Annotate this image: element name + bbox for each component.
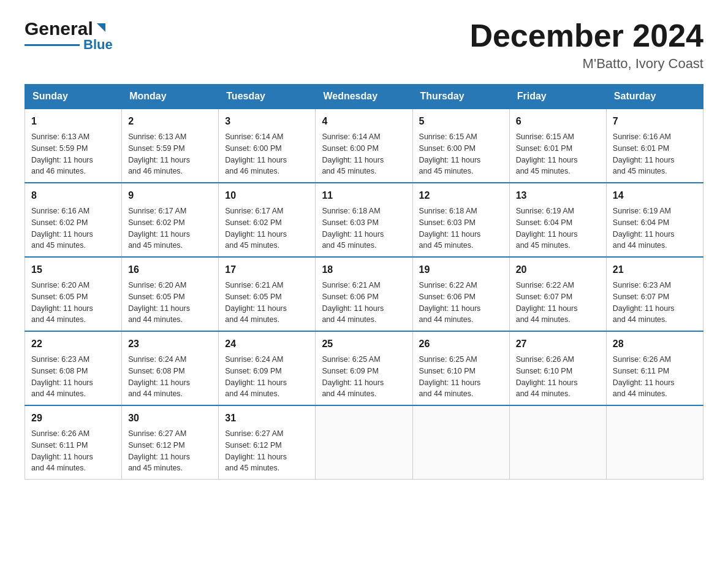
day-info: Sunrise: 6:22 AM Sunset: 6:07 PM Dayligh… xyxy=(516,280,600,326)
day-number: 25 xyxy=(322,337,406,351)
day-info: Sunrise: 6:15 AM Sunset: 6:00 PM Dayligh… xyxy=(419,131,503,177)
logo-blue: Blue xyxy=(83,37,113,53)
day-number: 31 xyxy=(225,411,309,426)
day-number: 19 xyxy=(419,262,503,277)
day-number: 8 xyxy=(31,188,115,203)
calendar-cell: 3Sunrise: 6:14 AM Sunset: 6:00 PM Daylig… xyxy=(219,109,316,183)
day-info: Sunrise: 6:19 AM Sunset: 6:04 PM Dayligh… xyxy=(613,205,697,251)
day-info: Sunrise: 6:23 AM Sunset: 6:07 PM Dayligh… xyxy=(613,280,697,326)
column-header-saturday: Saturday xyxy=(606,85,703,109)
day-info: Sunrise: 6:24 AM Sunset: 6:08 PM Dayligh… xyxy=(128,354,212,400)
calendar-cell: 14Sunrise: 6:19 AM Sunset: 6:04 PM Dayli… xyxy=(606,183,703,257)
calendar-cell xyxy=(316,405,412,480)
calendar-cell: 17Sunrise: 6:21 AM Sunset: 6:05 PM Dayli… xyxy=(219,257,316,331)
calendar-cell: 23Sunrise: 6:24 AM Sunset: 6:08 PM Dayli… xyxy=(122,331,219,405)
calendar-cell: 12Sunrise: 6:18 AM Sunset: 6:03 PM Dayli… xyxy=(412,183,509,257)
day-number: 17 xyxy=(225,262,309,277)
day-info: Sunrise: 6:13 AM Sunset: 5:59 PM Dayligh… xyxy=(128,131,212,177)
week-row-4: 22Sunrise: 6:23 AM Sunset: 6:08 PM Dayli… xyxy=(25,331,703,405)
week-row-3: 15Sunrise: 6:20 AM Sunset: 6:05 PM Dayli… xyxy=(25,257,703,331)
day-info: Sunrise: 6:21 AM Sunset: 6:05 PM Dayligh… xyxy=(225,280,309,326)
day-number: 2 xyxy=(128,114,212,129)
calendar-cell: 29Sunrise: 6:26 AM Sunset: 6:11 PM Dayli… xyxy=(25,405,122,480)
calendar-cell: 4Sunrise: 6:14 AM Sunset: 6:00 PM Daylig… xyxy=(316,109,412,183)
column-header-monday: Monday xyxy=(122,85,219,109)
day-number: 6 xyxy=(516,114,600,129)
calendar-table: SundayMondayTuesdayWednesdayThursdayFrid… xyxy=(25,84,703,480)
calendar-cell xyxy=(606,405,703,480)
svg-marker-0 xyxy=(97,23,105,32)
day-info: Sunrise: 6:18 AM Sunset: 6:03 PM Dayligh… xyxy=(419,205,503,251)
calendar-subtitle: M'Batto, Ivory Coast xyxy=(469,56,703,72)
calendar-cell: 18Sunrise: 6:21 AM Sunset: 6:06 PM Dayli… xyxy=(316,257,412,331)
day-info: Sunrise: 6:27 AM Sunset: 6:12 PM Dayligh… xyxy=(128,428,212,474)
day-info: Sunrise: 6:17 AM Sunset: 6:02 PM Dayligh… xyxy=(128,205,212,251)
logo-general: General xyxy=(25,18,93,39)
calendar-cell: 2Sunrise: 6:13 AM Sunset: 5:59 PM Daylig… xyxy=(122,109,219,183)
column-header-tuesday: Tuesday xyxy=(219,85,316,109)
calendar-cell: 7Sunrise: 6:16 AM Sunset: 6:01 PM Daylig… xyxy=(606,109,703,183)
calendar-cell: 27Sunrise: 6:26 AM Sunset: 6:10 PM Dayli… xyxy=(509,331,606,405)
week-row-5: 29Sunrise: 6:26 AM Sunset: 6:11 PM Dayli… xyxy=(25,405,703,480)
day-info: Sunrise: 6:15 AM Sunset: 6:01 PM Dayligh… xyxy=(516,131,600,177)
day-info: Sunrise: 6:26 AM Sunset: 6:11 PM Dayligh… xyxy=(613,354,697,400)
day-number: 14 xyxy=(613,188,697,203)
day-info: Sunrise: 6:13 AM Sunset: 5:59 PM Dayligh… xyxy=(31,131,115,177)
day-info: Sunrise: 6:25 AM Sunset: 6:09 PM Dayligh… xyxy=(322,354,406,400)
week-row-1: 1Sunrise: 6:13 AM Sunset: 5:59 PM Daylig… xyxy=(25,109,703,183)
calendar-cell: 28Sunrise: 6:26 AM Sunset: 6:11 PM Dayli… xyxy=(606,331,703,405)
calendar-cell: 21Sunrise: 6:23 AM Sunset: 6:07 PM Dayli… xyxy=(606,257,703,331)
day-number: 27 xyxy=(516,337,600,351)
calendar-cell: 19Sunrise: 6:22 AM Sunset: 6:06 PM Dayli… xyxy=(412,257,509,331)
calendar-cell: 26Sunrise: 6:25 AM Sunset: 6:10 PM Dayli… xyxy=(412,331,509,405)
day-info: Sunrise: 6:20 AM Sunset: 6:05 PM Dayligh… xyxy=(128,280,212,326)
calendar-cell: 11Sunrise: 6:18 AM Sunset: 6:03 PM Dayli… xyxy=(316,183,412,257)
calendar-cell: 31Sunrise: 6:27 AM Sunset: 6:12 PM Dayli… xyxy=(219,405,316,480)
calendar-cell: 5Sunrise: 6:15 AM Sunset: 6:00 PM Daylig… xyxy=(412,109,509,183)
logo-triangle-icon xyxy=(94,21,108,34)
day-info: Sunrise: 6:19 AM Sunset: 6:04 PM Dayligh… xyxy=(516,205,600,251)
day-number: 5 xyxy=(419,114,503,129)
logo-underline xyxy=(25,44,80,46)
logo: General Blue xyxy=(25,18,113,53)
calendar-cell: 13Sunrise: 6:19 AM Sunset: 6:04 PM Dayli… xyxy=(509,183,606,257)
calendar-header-row: SundayMondayTuesdayWednesdayThursdayFrid… xyxy=(25,85,703,109)
calendar-title: December 2024 xyxy=(469,18,703,53)
calendar-cell: 24Sunrise: 6:24 AM Sunset: 6:09 PM Dayli… xyxy=(219,331,316,405)
day-number: 10 xyxy=(225,188,309,203)
day-info: Sunrise: 6:18 AM Sunset: 6:03 PM Dayligh… xyxy=(322,205,406,251)
day-info: Sunrise: 6:26 AM Sunset: 6:10 PM Dayligh… xyxy=(516,354,600,400)
calendar-cell: 6Sunrise: 6:15 AM Sunset: 6:01 PM Daylig… xyxy=(509,109,606,183)
calendar-cell: 20Sunrise: 6:22 AM Sunset: 6:07 PM Dayli… xyxy=(509,257,606,331)
week-row-2: 8Sunrise: 6:16 AM Sunset: 6:02 PM Daylig… xyxy=(25,183,703,257)
calendar-cell: 16Sunrise: 6:20 AM Sunset: 6:05 PM Dayli… xyxy=(122,257,219,331)
calendar-cell xyxy=(412,405,509,480)
day-number: 7 xyxy=(613,114,697,129)
day-number: 1 xyxy=(31,114,115,129)
column-header-sunday: Sunday xyxy=(25,85,122,109)
calendar-cell: 30Sunrise: 6:27 AM Sunset: 6:12 PM Dayli… xyxy=(122,405,219,480)
calendar-body: 1Sunrise: 6:13 AM Sunset: 5:59 PM Daylig… xyxy=(25,109,703,480)
calendar-cell xyxy=(509,405,606,480)
day-info: Sunrise: 6:23 AM Sunset: 6:08 PM Dayligh… xyxy=(31,354,115,400)
day-number: 24 xyxy=(225,337,309,351)
calendar-cell: 1Sunrise: 6:13 AM Sunset: 5:59 PM Daylig… xyxy=(25,109,122,183)
day-number: 30 xyxy=(128,411,212,426)
day-info: Sunrise: 6:24 AM Sunset: 6:09 PM Dayligh… xyxy=(225,354,309,400)
calendar-cell: 25Sunrise: 6:25 AM Sunset: 6:09 PM Dayli… xyxy=(316,331,412,405)
day-info: Sunrise: 6:21 AM Sunset: 6:06 PM Dayligh… xyxy=(322,280,406,326)
calendar-cell: 9Sunrise: 6:17 AM Sunset: 6:02 PM Daylig… xyxy=(122,183,219,257)
day-info: Sunrise: 6:22 AM Sunset: 6:06 PM Dayligh… xyxy=(419,280,503,326)
day-info: Sunrise: 6:27 AM Sunset: 6:12 PM Dayligh… xyxy=(225,428,309,474)
day-number: 9 xyxy=(128,188,212,203)
column-header-friday: Friday xyxy=(509,85,606,109)
day-number: 3 xyxy=(225,114,309,129)
calendar-cell: 10Sunrise: 6:17 AM Sunset: 6:02 PM Dayli… xyxy=(219,183,316,257)
title-block: December 2024 M'Batto, Ivory Coast xyxy=(469,18,703,72)
day-number: 4 xyxy=(322,114,406,129)
column-header-wednesday: Wednesday xyxy=(316,85,412,109)
day-number: 18 xyxy=(322,262,406,277)
day-info: Sunrise: 6:16 AM Sunset: 6:02 PM Dayligh… xyxy=(31,205,115,251)
day-info: Sunrise: 6:20 AM Sunset: 6:05 PM Dayligh… xyxy=(31,280,115,326)
day-info: Sunrise: 6:16 AM Sunset: 6:01 PM Dayligh… xyxy=(613,131,697,177)
